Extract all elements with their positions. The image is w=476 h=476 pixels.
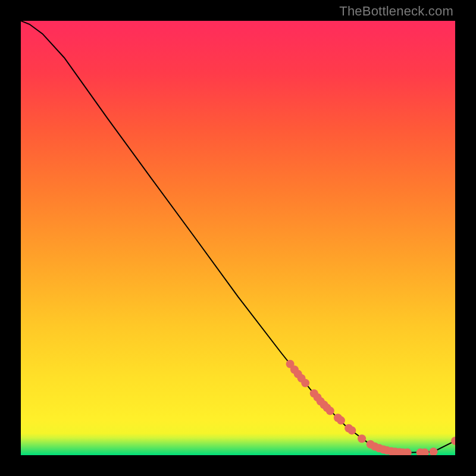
curve-marker <box>358 434 366 443</box>
curve-marker <box>337 416 345 425</box>
bottleneck-chart <box>21 21 455 455</box>
gradient-background <box>21 21 455 455</box>
curve-marker <box>326 407 334 415</box>
watermark-text: TheBottleneck.com <box>339 4 453 19</box>
curve-marker <box>301 379 309 387</box>
curve-marker <box>347 426 356 434</box>
chart-stage: TheBottleneck.com <box>0 0 476 476</box>
